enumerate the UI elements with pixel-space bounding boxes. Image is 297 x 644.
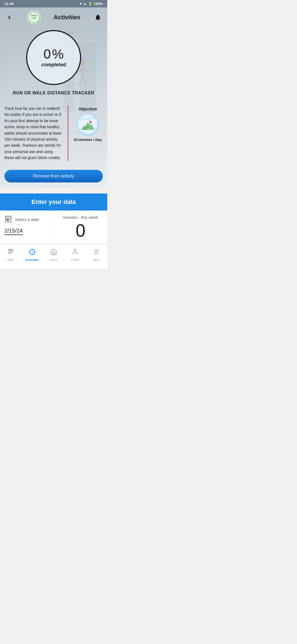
notification-button[interactable] (93, 12, 103, 22)
svg-rect-28 (8, 252, 12, 253)
nav-label-home: Home (50, 258, 57, 261)
battery-icon: 🔋 (88, 2, 92, 6)
svg-rect-26 (8, 249, 13, 250)
date-column: Select a date 2/15/24 (0, 211, 54, 244)
back-button[interactable] (4, 12, 14, 22)
nav-item-home[interactable]: Home (43, 247, 64, 263)
activities-icon (29, 248, 36, 257)
nav-item-profile[interactable]: Profile (64, 247, 86, 263)
minutes-label: minutes - this week (63, 215, 98, 220)
enter-data-title: Enter your data (31, 198, 76, 205)
nav-item-hra[interactable]: HRA (0, 247, 21, 263)
enter-data-section: Enter your data (0, 193, 107, 211)
logo: Stress Less (27, 10, 41, 24)
svg-rect-25 (8, 219, 9, 220)
status-icons: ▾ ▲ 🔋 100% (80, 2, 103, 6)
minutes-value: 0 (76, 222, 86, 239)
svg-point-36 (74, 249, 76, 252)
status-time: 11:45 (4, 2, 13, 6)
data-input-section: Select a date 2/15/24 minutes - this wee… (0, 211, 107, 244)
svg-rect-24 (7, 219, 8, 220)
calendar-icon (4, 215, 12, 224)
svg-rect-20 (6, 216, 11, 222)
more-icon (93, 248, 100, 257)
description-text: Track how far you ran or walked! No matt… (4, 105, 63, 161)
progress-symbol: % (52, 48, 64, 61)
header-bar: Stress Less Activities (0, 7, 107, 27)
home-icon (50, 248, 57, 257)
progress-label: completed (41, 62, 66, 68)
nav-label-hra: HRA (7, 258, 14, 261)
svg-rect-29 (8, 253, 11, 254)
divider (68, 105, 68, 161)
svg-rect-27 (8, 251, 13, 251)
wifi-icon: ▾ (80, 2, 82, 6)
nav-label-profile: Profile (71, 258, 79, 261)
status-bar: 11:45 ▾ ▲ 🔋 100% (0, 0, 107, 7)
objective-time: 10 minutes / Day (74, 138, 102, 142)
page-title: Activities (54, 14, 81, 21)
remove-from-activity-button[interactable]: Remove from activity (4, 170, 103, 182)
progress-circle-container: 0 % completed (0, 30, 107, 85)
date-select-label: Select a date (15, 217, 39, 222)
header-section: Stress Less Activities 0 % completed RUN… (0, 7, 107, 188)
activity-title: RUN OR WALK DISTANCE TRACKER (0, 91, 107, 95)
profile-icon (72, 248, 79, 257)
hra-icon (7, 248, 14, 257)
progress-percent: 0 (43, 48, 51, 61)
date-value[interactable]: 2/15/24 (4, 228, 23, 235)
nav-item-activities[interactable]: Activities (21, 247, 43, 263)
date-label-row: Select a date (4, 215, 49, 224)
nav-item-more[interactable]: More (86, 247, 107, 263)
objective-label: Objective (78, 107, 97, 111)
bottom-nav: HRA Activities Home (0, 244, 107, 269)
battery-percent: 100% (94, 2, 103, 6)
progress-circle: 0 % completed (26, 30, 81, 85)
description-column: Track how far you ran or walked! No matt… (4, 105, 63, 161)
nav-label-activities: Activities (26, 258, 39, 261)
svg-point-31 (32, 251, 33, 252)
signal-icon: ▲ (83, 2, 87, 6)
objective-icon (77, 113, 99, 135)
objective-column: Objective 10 minutes / Day (73, 105, 103, 161)
minutes-column: minutes - this week 0 (54, 211, 108, 244)
content-section: Track how far you ran or walked! No matt… (0, 101, 107, 165)
nav-label-more: More (93, 258, 100, 261)
